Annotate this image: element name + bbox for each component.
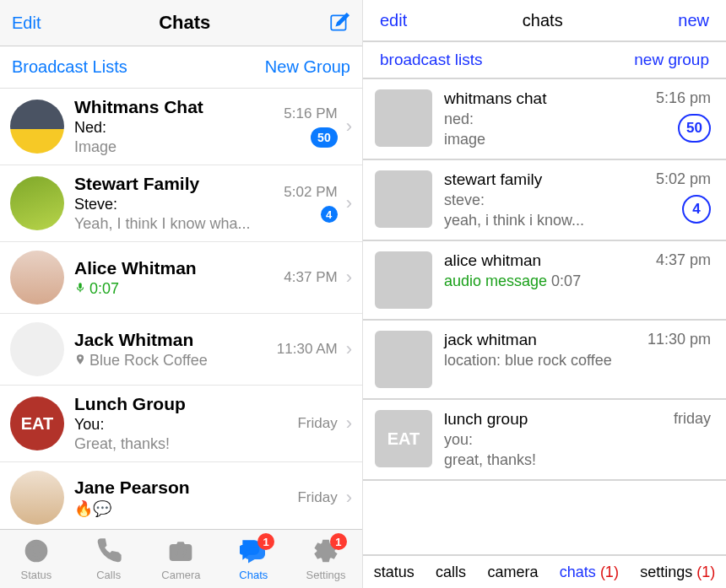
- avatar: EAT: [375, 410, 432, 467]
- ios-panel: Edit Chats Broadcast Lists New Group Whi…: [0, 0, 363, 588]
- broadcast-lists-button[interactable]: broadcast lists: [380, 51, 482, 69]
- tab-label: settings: [640, 564, 692, 580]
- tab-chats[interactable]: chats (1): [560, 564, 619, 581]
- chat-preview-audio: 0:07: [74, 280, 267, 298]
- chat-row[interactable]: stewart familysteve:yeah, i think i know…: [363, 160, 726, 241]
- page-title: Chats: [159, 12, 210, 34]
- chat-time: 11:30 AM: [277, 341, 338, 358]
- tab-status[interactable]: Status: [0, 530, 73, 588]
- chat-name: whitmans chat: [444, 89, 644, 108]
- chat-time: friday: [674, 410, 711, 428]
- chat-time: 4:37 pm: [656, 251, 711, 269]
- avatar: [10, 322, 64, 376]
- microphone-icon: [74, 280, 86, 298]
- chat-preview-audio: audio message 0:07: [444, 272, 644, 290]
- r-header: edit chats new: [363, 0, 726, 42]
- chevron-right-icon: ›: [341, 413, 357, 434]
- edit-button[interactable]: Edit: [12, 13, 41, 33]
- chat-time: 5:02 pm: [656, 170, 711, 188]
- chat-preview: Yeah, I think I know wha...: [74, 215, 267, 233]
- chat-row[interactable]: EATLunch GroupYou:Great, thanks!Friday›: [0, 386, 362, 462]
- chat-time: 11:30 pm: [647, 331, 711, 348]
- chat-row[interactable]: jack whitmanlocation: blue rock coffee11…: [363, 321, 726, 400]
- new-button[interactable]: new: [678, 11, 709, 30]
- avatar: EAT: [10, 396, 64, 450]
- tab-label: Status: [20, 569, 51, 581]
- chat-info: whitmans chatned:image: [444, 89, 644, 148]
- chat-row[interactable]: Whitmans ChatNed:Image5:16 PM50›: [0, 89, 362, 165]
- chat-time: Friday: [297, 489, 337, 506]
- tab-label: Calls: [96, 569, 121, 581]
- unread-badge: 50: [678, 114, 711, 143]
- tab-badge: 1: [330, 533, 347, 550]
- chat-time: Friday: [297, 415, 337, 432]
- chat-preview-location: Blue Rock Coffee: [74, 352, 267, 370]
- chat-meta: Friday: [267, 489, 341, 506]
- chat-name: Whitmans Chat: [74, 97, 267, 117]
- chat-row[interactable]: whitmans chatned:image5:16 pm50: [363, 79, 726, 160]
- avatar: [375, 89, 432, 147]
- chat-preview: image: [444, 131, 644, 148]
- chat-time: 5:02 PM: [284, 184, 337, 201]
- compose-icon: [328, 12, 350, 34]
- tab-calls[interactable]: Calls: [73, 530, 145, 588]
- tab-label: Camera: [161, 569, 200, 581]
- chat-row[interactable]: Alice Whitman0:074:37 PM›: [0, 242, 362, 314]
- chat-list[interactable]: whitmans chatned:image5:16 pm50stewart f…: [363, 79, 726, 554]
- chat-preview: yeah, i think i know...: [444, 212, 644, 229]
- chat-info: stewart familysteve:yeah, i think i know…: [444, 170, 644, 229]
- tab-label: Settings: [306, 569, 346, 581]
- avatar: [10, 251, 64, 305]
- chat-meta: 5:16 PM50: [267, 105, 341, 148]
- broadcast-lists-button[interactable]: Broadcast Lists: [12, 57, 127, 77]
- tab-count: (1): [600, 564, 619, 580]
- chat-sender: You:: [74, 416, 267, 434]
- tab-label: calls: [436, 564, 466, 580]
- chat-meta: 5:02 pm4: [656, 170, 711, 224]
- chevron-right-icon: ›: [341, 116, 357, 138]
- tab-calls[interactable]: calls: [436, 564, 466, 581]
- chevron-right-icon: ›: [341, 487, 357, 509]
- chat-sender: steve:: [444, 192, 644, 209]
- tab-camera[interactable]: Camera: [145, 530, 218, 588]
- r-tabbar: statuscallscamerachats (1)settings (1): [363, 554, 726, 588]
- chat-row[interactable]: Jane Pearson🔥💬Friday›: [0, 462, 362, 529]
- chat-name: Lunch Group: [74, 394, 267, 414]
- tab-status[interactable]: status: [374, 564, 414, 581]
- tab-label: Chats: [239, 569, 268, 581]
- chat-row[interactable]: Stewart FamilySteve:Yeah, I think I know…: [0, 165, 362, 242]
- chevron-right-icon: ›: [341, 338, 357, 360]
- tab-chats[interactable]: Chats1: [217, 530, 290, 588]
- new-group-button[interactable]: new group: [634, 51, 709, 69]
- chat-preview: Great, thanks!: [74, 435, 267, 453]
- tab-camera[interactable]: camera: [487, 564, 538, 581]
- accessible-panel: edit chats new broadcast lists new group…: [363, 0, 726, 588]
- ios-tabbar: StatusCallsCameraChats1Settings1: [0, 529, 362, 588]
- chat-row[interactable]: EATlunch groupyou:great, thanks!friday: [363, 400, 726, 481]
- chat-name: Jane Pearson: [74, 477, 267, 498]
- chat-info: alice whitmanaudio message 0:07: [444, 251, 644, 290]
- chat-meta: friday: [674, 410, 711, 428]
- tab-settings[interactable]: Settings1: [290, 530, 362, 588]
- chat-preview-emoji: 🔥💬: [74, 499, 267, 518]
- chat-list[interactable]: Whitmans ChatNed:Image5:16 PM50›Stewart …: [0, 89, 362, 529]
- camera-icon: [167, 537, 194, 567]
- chat-name: Alice Whitman: [74, 258, 267, 278]
- tab-settings[interactable]: settings (1): [640, 564, 715, 581]
- edit-button[interactable]: edit: [380, 11, 407, 30]
- chat-name: lunch group: [444, 410, 662, 429]
- chat-meta: 4:37 PM: [267, 269, 341, 286]
- chat-sender: Ned:: [74, 119, 267, 137]
- avatar: [375, 331, 432, 388]
- chat-name: stewart family: [444, 170, 644, 189]
- unread-badge: 50: [311, 127, 338, 148]
- status-icon: [23, 537, 50, 567]
- avatar: [375, 251, 432, 309]
- ios-subheader: Broadcast Lists New Group: [0, 46, 362, 89]
- new-group-button[interactable]: New Group: [265, 57, 350, 77]
- compose-button[interactable]: [328, 12, 350, 34]
- chat-info: Lunch GroupYou:Great, thanks!: [64, 394, 267, 453]
- chat-row[interactable]: Jack WhitmanBlue Rock Coffee11:30 AM›: [0, 314, 362, 386]
- chat-row[interactable]: alice whitmanaudio message 0:074:37 pm: [363, 241, 726, 321]
- unread-badge: 4: [321, 206, 338, 223]
